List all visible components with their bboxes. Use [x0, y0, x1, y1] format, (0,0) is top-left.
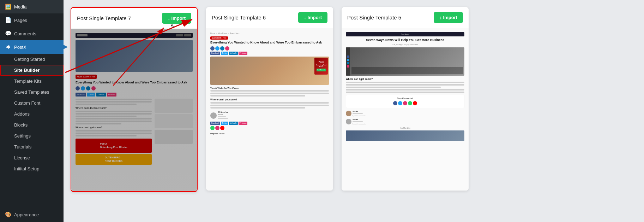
comments-icon: 💬 — [5, 30, 11, 37]
card-preview-6: Home>WordPress>Everything... Over 10000+… — [206, 28, 333, 191]
sidebar-item-postx[interactable]: ✱ PostX — [0, 40, 64, 54]
preview-hero-7 — [76, 40, 193, 72]
sidebar-sub-getting-started[interactable]: Getting Started — [0, 54, 64, 65]
card-title-5: Post Single Template 5 — [347, 14, 401, 21]
sidebar-item-label: Pages — [14, 18, 27, 23]
card-preview-7: Over 10000+ Free Everything You Wanted t… — [71, 29, 197, 191]
card-preview-inner-5: Our News Seven Ways News Will Help You G… — [342, 28, 469, 191]
pages-icon: 📄 — [5, 17, 11, 23]
sidebar-sub-template-kits[interactable]: Template Kits — [0, 76, 64, 87]
sidebar-sub-blocks[interactable]: Blocks — [0, 119, 64, 130]
sidebar-item-label: Comments — [14, 31, 36, 36]
postx-icon: ✱ — [5, 44, 11, 50]
preview-content-7: Over 10000+ Free Everything You Wanted t… — [71, 29, 197, 169]
sidebar-sub-initial-setup[interactable]: Initital Setup — [0, 163, 64, 174]
cursor-icon: ↖ — [170, 23, 175, 29]
card-preview-inner-6: Home>WordPress>Everything... Over 10000+… — [206, 28, 333, 191]
sidebar-sub-saved-templates[interactable]: Saved Templates — [0, 87, 64, 98]
card-title-7: Post Single Template 7 — [77, 15, 131, 21]
import-button-7[interactable]: ↓ Import — [162, 13, 191, 24]
main-content: Post Single Template 7 ↓ Import Over 100… — [64, 0, 644, 222]
sidebar-item-media[interactable]: 🖼️ Media — [0, 0, 64, 13]
card-preview-inner-7: Over 10000+ Free Everything You Wanted t… — [71, 29, 197, 191]
sidebar-item-appearance[interactable]: 🎨 Appearance — [0, 207, 64, 222]
template-card-5: Post Single Template 5 ↓ Import Our News… — [342, 7, 469, 191]
sidebar-item-label: Media — [14, 4, 26, 10]
media-icon: 🖼️ — [5, 4, 11, 10]
card-preview-5: Our News Seven Ways News Will Help You G… — [342, 28, 469, 191]
sidebar-item-comments[interactable]: 💬 Comments — [0, 27, 64, 40]
sidebar-spacer — [0, 174, 64, 207]
card-header-6: Post Single Template 6 ↓ Import — [206, 7, 333, 28]
sidebar-item-pages[interactable]: 📄 Pages — [0, 13, 64, 27]
import-button-6[interactable]: ↓ Import — [298, 12, 327, 23]
template-card-6: Post Single Template 6 ↓ Import Home>Wor… — [206, 7, 333, 191]
sidebar-sub-tutorials[interactable]: Tutorials — [0, 141, 64, 152]
sidebar-sub-license[interactable]: License — [0, 152, 64, 163]
import-button-5[interactable]: ↓ Import — [434, 12, 463, 23]
sidebar-sub-settings[interactable]: Settings — [0, 130, 64, 141]
sidebar: 🖼️ Media 📄 Pages 💬 Comments ✱ PostX Gett… — [0, 0, 64, 222]
preview-content-6: Home>WordPress>Everything... Over 10000+… — [206, 28, 333, 141]
active-arrow-indicator — [64, 45, 69, 49]
sidebar-sub-site-builder[interactable]: Site Builder — [0, 65, 64, 76]
preview-content-5: Our News Seven Ways News Will Help You G… — [342, 28, 469, 145]
sidebar-sub-addons[interactable]: Addons — [0, 109, 64, 119]
template-card-7: Post Single Template 7 ↓ Import Over 100… — [71, 7, 198, 192]
sidebar-item-label: Appearance — [14, 212, 39, 217]
card-header-7: Post Single Template 7 ↓ Import — [71, 8, 197, 29]
card-header-5: Post Single Template 5 ↓ Import — [342, 7, 469, 28]
appearance-icon: 🎨 — [5, 211, 11, 218]
card-title-6: Post Single Template 6 — [212, 14, 266, 21]
sidebar-bottom: 🎨 Appearance — [0, 207, 64, 222]
sidebar-sub-custom-font[interactable]: Custom Font — [0, 98, 64, 109]
sidebar-item-label: PostX — [14, 45, 26, 50]
